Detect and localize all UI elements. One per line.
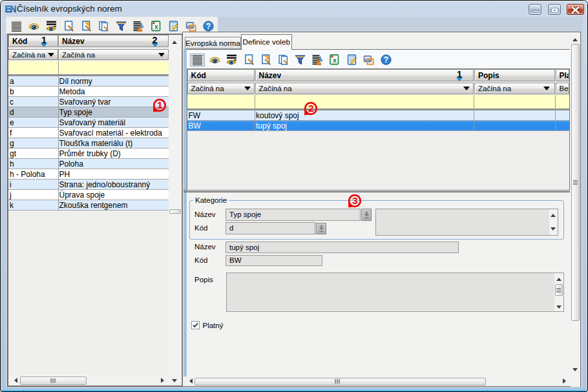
svg-text:x: x	[333, 56, 337, 64]
svg-text:?: ?	[383, 56, 388, 65]
svg-text:x: x	[154, 23, 158, 30]
svg-text:?: ?	[206, 22, 211, 31]
svg-text:N: N	[10, 4, 17, 14]
svg-text:1: 1	[157, 99, 163, 110]
svg-text:2: 2	[308, 103, 314, 114]
svg-text:3: 3	[352, 195, 358, 206]
